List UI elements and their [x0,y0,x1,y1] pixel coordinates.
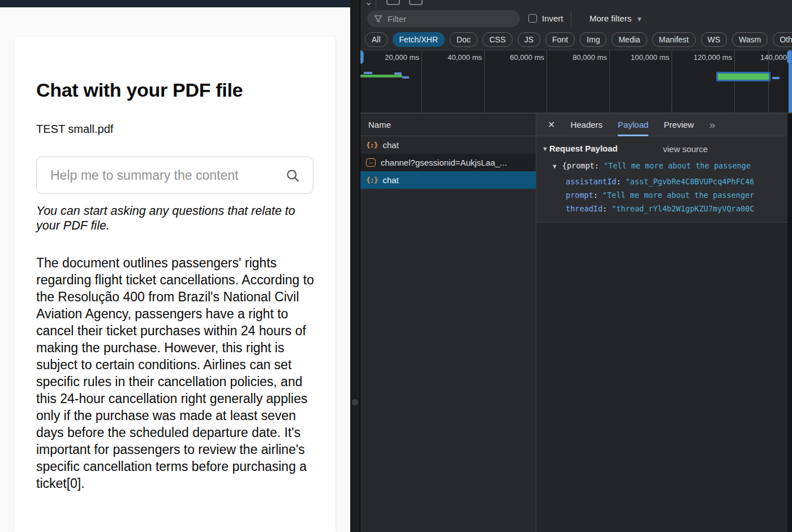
filter-chip-other[interactable]: Other [773,32,792,47]
tab-preview[interactable]: Preview [664,114,694,136]
waterfall-bar-blue [402,76,409,79]
network-filter-bar: Filter Invert More filters▼ [360,8,792,29]
filter-chip-doc[interactable]: Doc [450,32,477,47]
right-scroll-gutter[interactable] [787,114,792,532]
devtools-toolbar-clipped: ⌄ [360,0,792,8]
screen: Chat with your PDF file TEST small.pdf H… [0,0,792,532]
filter-chip-ws[interactable]: WS [701,32,728,47]
filter-bar-separator [571,11,571,26]
network-body: Name {:}chat↔channel?gsessionid=AukjsLaa… [360,113,792,532]
chat-card: Chat with your PDF file TEST small.pdf H… [14,37,335,532]
more-tabs-icon[interactable]: » [709,119,716,131]
filter-chip-all[interactable]: All [365,32,388,47]
timeline-left-handle[interactable] [360,50,364,64]
payload-preview-line: ▼ {prompt: "Tell me more about the passe… [553,161,751,170]
invert-checkbox[interactable] [528,14,537,23]
request-row[interactable]: {:}chat [360,171,536,189]
waterfall-bar-selected [716,72,771,81]
waterfall-bar-blue [394,72,402,75]
invert-label[interactable]: Invert [542,14,563,23]
request-name: channel?gsessionid=AukjsLaa_... [381,158,507,167]
timeline-tick-label: 80,000 ms [545,53,607,62]
export-har-icon [409,0,423,5]
filter-chip-img[interactable]: Img [580,32,606,47]
search-icon[interactable] [285,168,300,183]
resize-grip-dot [352,399,358,405]
request-name: chat [382,175,398,185]
page-title: Chat with your PDF file [36,79,335,101]
payload-entry: threadId: "thread_rYl4b2W1gpKZU7myVQra00… [566,204,754,213]
question-input[interactable]: Help me to summary the content [36,157,313,194]
payload-entry: assistantId: "asst_PgvbRe4C8BVUPcq4PhFC4… [566,177,754,186]
toolbar-separator [376,0,376,8]
filter-input[interactable]: Filter [367,10,520,27]
timeline-tick-label: 100,000 ms [607,53,669,62]
request-row[interactable]: ↔channel?gsessionid=AukjsLaa_... [360,154,536,171]
pdf-file-name: TEST small.pdf [36,123,335,136]
timeline-right-handle[interactable] [787,50,792,64]
channel-request-icon: ↔ [366,158,376,167]
import-har-icon [386,0,400,5]
request-list: Name {:}chat↔channel?gsessionid=AukjsLaa… [360,114,536,532]
devtools-resize-handle[interactable] [350,0,360,532]
timeline-tick-label: 60,000 ms [482,53,544,62]
expand-triangle-icon[interactable]: ▼ [553,163,557,170]
timeline-tick-label: 120,000 ms [670,53,732,62]
filter-chip-wasm[interactable]: Wasm [732,32,768,47]
question-placeholder: Help me to summary the content [50,168,285,183]
payload-section-title: Request Payload [549,144,618,153]
request-detail-panel: ✕ HeadersPayloadPreview» ▼ Request Paylo… [536,114,787,532]
timeline-tick-label: 140,000 [725,53,787,62]
filter-chip-media[interactable]: Media [612,32,647,47]
column-header-name[interactable]: Name [360,114,536,136]
payload-pane: ▼ Request Payload view source ▼ {prompt:… [536,136,787,223]
network-overview-timeline[interactable]: 20,000 ms40,000 ms60,000 ms80,000 ms100,… [360,50,792,113]
filter-chip-font[interactable]: Font [545,32,575,47]
payload-entry: prompt: "Tell me more about the passenge… [566,191,754,200]
waterfall-bar-green [360,75,402,77]
tab-payload[interactable]: Payload [618,114,648,136]
waterfall-bar-blue [772,77,780,79]
request-row[interactable]: {:}chat [360,136,536,154]
close-icon[interactable]: ✕ [548,119,555,130]
chevron-down-icon: ▼ [636,15,643,23]
browser-top-strip [0,0,350,7]
filter-placeholder: Filter [388,14,406,24]
json-request-icon: {:} [366,176,377,184]
timeline-tick-label: 40,000 ms [420,53,482,62]
pdf-chat-page: Chat with your PDF file TEST small.pdf H… [0,0,350,532]
request-name: chat [382,140,398,150]
detail-empty-area [536,223,787,532]
tab-headers[interactable]: Headers [570,114,602,136]
request-type-filter-chips: AllFetch/XHRDocCSSJSFontImgMediaManifest… [360,29,792,50]
detail-tabbar: ✕ HeadersPayloadPreview» [536,114,787,136]
view-source-link[interactable]: view source [663,144,708,154]
more-filters-button[interactable]: More filters▼ [589,14,643,23]
waterfall-bar-blue [364,72,372,74]
answer-text: The document outlines passengers' rights… [36,254,319,492]
filter-chip-fetch-xhr[interactable]: Fetch/XHR [393,32,445,47]
json-request-icon: {:} [366,141,377,149]
funnel-icon [374,15,382,23]
download-arrow-icon: ⌄ [365,0,372,7]
hint-text: You can start asking any questions that … [36,204,322,233]
timeline-tick-label: 20,000 ms [360,53,419,62]
collapse-triangle-icon[interactable]: ▼ [542,145,548,152]
devtools-network-panel: ⌄ Filter Invert More filters▼ AllFetch/X… [360,0,792,532]
filter-chip-manifest[interactable]: Manifest [652,32,696,47]
filter-chip-css[interactable]: CSS [483,32,513,47]
filter-chip-js[interactable]: JS [518,32,540,47]
